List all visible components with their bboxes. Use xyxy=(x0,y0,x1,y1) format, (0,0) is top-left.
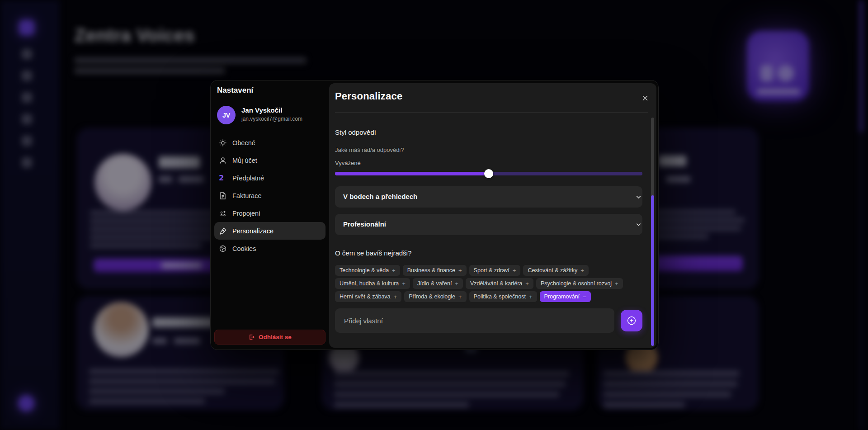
topic-chip[interactable]: Technologie & věda+ xyxy=(335,265,400,276)
style-slider-thumb[interactable] xyxy=(484,169,493,178)
topic-chip[interactable]: Cestování & zážitky+ xyxy=(523,265,588,276)
style-slider[interactable] xyxy=(335,172,642,175)
add-action: + xyxy=(402,280,406,287)
topic-chip[interactable]: Politika & společnost+ xyxy=(469,291,537,302)
app-window: Zentra Voices xyxy=(0,0,868,430)
menu-item-obecne[interactable]: Obecné xyxy=(214,134,326,151)
add-custom-topic-button[interactable] xyxy=(621,310,642,331)
topic-chips-row: Herní svět & zábava+ Příroda & ekologie+… xyxy=(335,291,649,302)
add-action: + xyxy=(513,267,516,274)
plus-circle-icon xyxy=(626,315,637,326)
zentra-brand-icon: 2 xyxy=(219,174,227,182)
add-action: + xyxy=(392,267,396,274)
add-custom-topic-input[interactable] xyxy=(335,308,614,333)
panel-scrollbar-thumb[interactable] xyxy=(651,195,654,346)
menu-item-propojeni[interactable]: Propojení xyxy=(214,204,326,222)
remove-action: − xyxy=(583,293,586,300)
topic-chip[interactable]: Příroda & ekologie+ xyxy=(404,291,466,302)
topic-chip[interactable]: Psychologie & osobní rozvoj+ xyxy=(536,278,623,289)
invoice-icon xyxy=(219,192,227,200)
style-section-heading: Styl odpovědí xyxy=(335,128,376,136)
slider-value-label: Vyvážené xyxy=(335,160,361,166)
settings-modal: Nastavení JV Jan Vyskočil jan.vyskocil7@… xyxy=(210,80,659,350)
add-action: + xyxy=(529,293,533,300)
add-action: + xyxy=(394,293,397,300)
connections-icon xyxy=(219,209,227,217)
menu-item-fakturace[interactable]: Fakturace xyxy=(214,187,326,204)
personalization-panel: Personalizace Styl odpovědí Jaké máš rád… xyxy=(329,83,656,348)
format-dropdown[interactable]: V bodech a přehledech xyxy=(335,186,642,208)
add-action: + xyxy=(458,267,462,274)
add-action: + xyxy=(615,280,618,287)
topic-chip-selected[interactable]: Programování− xyxy=(540,291,591,302)
style-question-label: Jaké máš rád/a odpovědi? xyxy=(335,146,404,153)
user-avatar: JV xyxy=(217,106,236,124)
gear-icon xyxy=(219,139,227,147)
add-action: + xyxy=(580,267,584,274)
topic-chips: Technologie & věda+ Business & finance+ … xyxy=(335,265,649,302)
settings-menu: Obecné Můj účet 2 Předplatné Fakturace xyxy=(214,134,326,257)
tone-dropdown[interactable]: Profesionální xyxy=(335,214,642,235)
close-icon xyxy=(642,95,649,102)
topic-chips-row: Umění, hudba & kultura+ Jídlo & vaření+ … xyxy=(335,278,649,289)
add-action: + xyxy=(455,280,458,287)
topics-heading: O čem se bavíš nejradši? xyxy=(335,249,411,257)
menu-item-cookies[interactable]: Cookies xyxy=(214,240,326,257)
user-name: Jan Vyskočil xyxy=(241,106,282,114)
panel-title: Personalizace xyxy=(335,90,402,102)
add-action: + xyxy=(458,293,462,300)
add-action: + xyxy=(525,280,529,287)
menu-item-personalizace[interactable]: Personalizace xyxy=(214,222,326,240)
menu-item-muj-ucet[interactable]: Můj účet xyxy=(214,151,326,169)
topic-chip[interactable]: Herní svět & zábava+ xyxy=(335,291,401,302)
logout-icon xyxy=(248,334,255,340)
user-icon xyxy=(219,156,227,165)
user-email: jan.vyskocil7@gmail.com xyxy=(241,116,302,122)
settings-title: Nastavení xyxy=(217,86,253,95)
logout-button[interactable]: Odhlásit se xyxy=(214,330,326,345)
panel-scrollbar-track[interactable] xyxy=(651,118,654,346)
topic-chips-row: Technologie & věda+ Business & finance+ … xyxy=(335,265,649,276)
menu-item-predplatne[interactable]: 2 Předplatné xyxy=(214,169,326,187)
topic-chip[interactable]: Business & finance+ xyxy=(403,265,467,276)
close-button[interactable] xyxy=(640,93,650,103)
header-divider xyxy=(335,112,648,113)
topic-chip[interactable]: Umění, hudba & kultura+ xyxy=(335,278,410,289)
pen-icon xyxy=(219,227,227,235)
topic-chip[interactable]: Vzdělávání & kariéra+ xyxy=(466,278,533,289)
topic-chip[interactable]: Jídlo & vaření+ xyxy=(413,278,463,289)
cookie-icon xyxy=(219,245,227,253)
style-slider-fill xyxy=(335,172,489,175)
topic-chip[interactable]: Sport & zdraví+ xyxy=(469,265,521,276)
